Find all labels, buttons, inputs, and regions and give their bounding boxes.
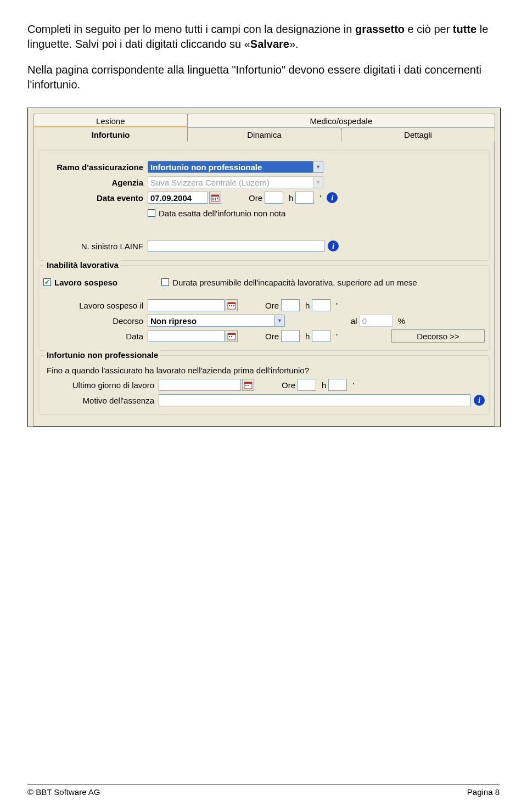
input-ore-m[interactable] — [295, 192, 314, 204]
intro-paragraph-1: Completi in seguito per lo meno tutti i … — [27, 22, 500, 52]
tab-label: Lesione — [96, 116, 125, 126]
label-percent: % — [393, 316, 407, 326]
label-tick: ' — [314, 193, 323, 203]
input-ore-m[interactable] — [328, 379, 347, 391]
combo-decorso-value: Non ripreso — [148, 315, 275, 327]
checkbox-dataesatta[interactable] — [148, 209, 155, 217]
question-nonprof: Fino a quando l'assicurato ha lavorato n… — [47, 366, 485, 375]
bold2: tutte — [453, 23, 476, 35]
label-ore: Ore — [260, 332, 281, 341]
label-ramo: Ramo d'assicurazione — [43, 163, 148, 172]
chevron-down-icon[interactable]: ▼ — [275, 315, 285, 327]
t: e ciò per — [405, 23, 453, 35]
tab-label: Dettagli — [404, 130, 432, 139]
input-sospeso-il[interactable] — [148, 299, 225, 311]
input-ultimo[interactable] — [159, 379, 241, 391]
label-ore: Ore — [243, 193, 265, 203]
info-icon[interactable]: i — [474, 395, 485, 406]
label-dataevento: Data evento — [43, 193, 148, 203]
tab-dettagli[interactable]: Dettagli — [341, 127, 495, 142]
combo-agenzia: Suva Svizzera Centrale (Luzern) ▼ — [148, 176, 323, 188]
chevron-down-icon: ▼ — [313, 176, 323, 188]
input-sinistro[interactable] — [148, 240, 324, 252]
tab-label: Dinamica — [247, 130, 282, 139]
input-ore-h[interactable] — [281, 330, 300, 342]
svg-rect-18 — [245, 385, 246, 386]
label-data: Data — [43, 332, 148, 341]
input-ore-m[interactable] — [312, 299, 330, 311]
group-nonprof: Infortunio non professionale Fino a quan… — [38, 355, 490, 415]
svg-rect-3 — [215, 198, 216, 199]
tab-medico[interactable]: Medico/ospedale — [187, 114, 495, 128]
svg-rect-15 — [231, 336, 232, 337]
input-al: 0 — [360, 315, 393, 327]
label-dataesatta: Data esatta dell'infortunio non nota — [159, 209, 285, 218]
calendar-icon[interactable] — [242, 379, 254, 391]
label-h: h — [283, 193, 295, 203]
t: Completi in seguito per lo meno tutti i … — [27, 23, 355, 35]
label-agenzia: Agenzia — [43, 178, 148, 187]
label-al: al — [345, 316, 360, 326]
t: ». — [289, 38, 299, 50]
svg-rect-6 — [215, 199, 216, 200]
input-dataevento[interactable]: 07.09.2004 — [148, 192, 208, 204]
combo-ramo[interactable]: Infortunio non professionale ▼ — [148, 161, 323, 173]
svg-rect-1 — [211, 195, 219, 197]
info-icon[interactable]: i — [327, 192, 338, 203]
calendar-icon[interactable] — [226, 299, 238, 311]
label-ultimo: Ultimo giorno di lavoro — [43, 380, 159, 390]
input-ore-h[interactable] — [265, 192, 283, 204]
footer-left: © BBT Software AG — [27, 787, 100, 797]
input-ore-h[interactable] — [281, 299, 300, 311]
svg-rect-13 — [228, 333, 236, 335]
combo-ramo-value: Infortunio non professionale — [148, 161, 313, 173]
label-h: h — [300, 301, 312, 310]
tab-infortunio[interactable]: Infortunio — [33, 126, 188, 142]
tab-label: Infortunio — [92, 130, 130, 139]
input-data[interactable] — [148, 330, 225, 342]
label-decorso: Decorso — [43, 316, 148, 326]
svg-rect-11 — [233, 305, 234, 306]
label-h: h — [316, 380, 328, 390]
button-decorso[interactable]: Decorso >> — [391, 329, 485, 343]
label-durata: Durata presumibile dell'incapacità lavor… — [172, 278, 417, 287]
tab-label: Medico/ospedale — [310, 116, 372, 126]
tab-dinamica[interactable]: Dinamica — [187, 127, 341, 142]
checkbox-lavoro-sospeso[interactable]: ✔ — [43, 278, 51, 286]
group-top: Ramo d'assicurazione Infortunio non prof… — [38, 150, 490, 261]
intro-paragraph-2: Nella pagina corrispondente alla linguet… — [27, 63, 500, 92]
label-ore: Ore — [260, 301, 281, 310]
input-ore-m[interactable] — [312, 330, 330, 342]
label-motivo: Motivo dell'assenza — [43, 396, 159, 405]
legend-nonprof: Infortunio non professionale — [44, 350, 160, 360]
checkbox-durata[interactable] — [161, 278, 169, 286]
calendar-icon[interactable] — [209, 192, 221, 204]
label-tick: ' — [330, 332, 340, 341]
screenshot-form: Lesione Medico/ospedale Infortunio Dinam… — [27, 108, 501, 427]
label-tick: ' — [347, 380, 356, 390]
footer-right: Pagina 8 — [467, 787, 500, 797]
input-motivo[interactable] — [159, 394, 470, 406]
info-icon[interactable]: i — [328, 240, 339, 251]
bold1: grassetto — [355, 23, 405, 35]
label-sinistro: N. sinistro LAINF — [43, 242, 148, 251]
svg-rect-14 — [229, 336, 230, 337]
combo-decorso[interactable]: Non ripreso ▼ — [148, 315, 285, 327]
label-tick: ' — [330, 301, 340, 310]
combo-agenzia-value: Suva Svizzera Centrale (Luzern) — [148, 176, 313, 188]
legend-inabilita: Inabilità lavorativa — [44, 260, 121, 270]
svg-rect-2 — [212, 198, 214, 199]
calendar-icon[interactable] — [226, 330, 238, 342]
button-label: Decorso >> — [417, 332, 459, 341]
bold3: Salvare — [250, 38, 289, 50]
input-ore-h[interactable] — [298, 379, 316, 391]
label-h: h — [300, 332, 312, 341]
page-footer: © BBT Software AG Pagina 8 — [27, 785, 500, 797]
label-lavoro-sospeso: Lavoro sospeso — [54, 278, 117, 287]
svg-rect-8 — [228, 303, 236, 304]
chevron-down-icon[interactable]: ▼ — [313, 161, 323, 173]
svg-rect-5 — [212, 199, 214, 200]
label-sospeso-il: Lavoro sospeso il — [43, 301, 148, 310]
svg-rect-17 — [244, 382, 252, 384]
svg-rect-4 — [217, 198, 218, 199]
